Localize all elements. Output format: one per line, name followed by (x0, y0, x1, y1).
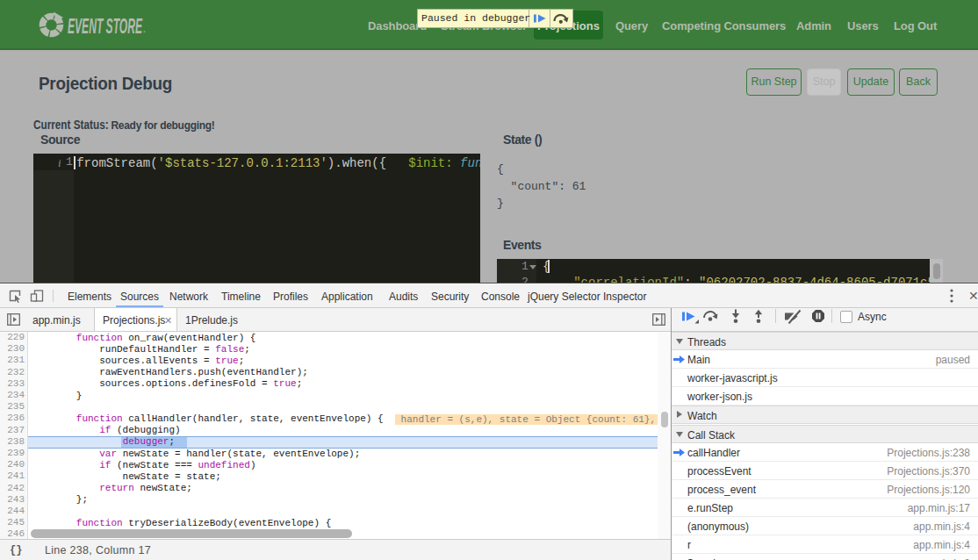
svg-text:.: . (143, 25, 146, 34)
svg-text:EVENT STORE: EVENT STORE (68, 15, 142, 38)
